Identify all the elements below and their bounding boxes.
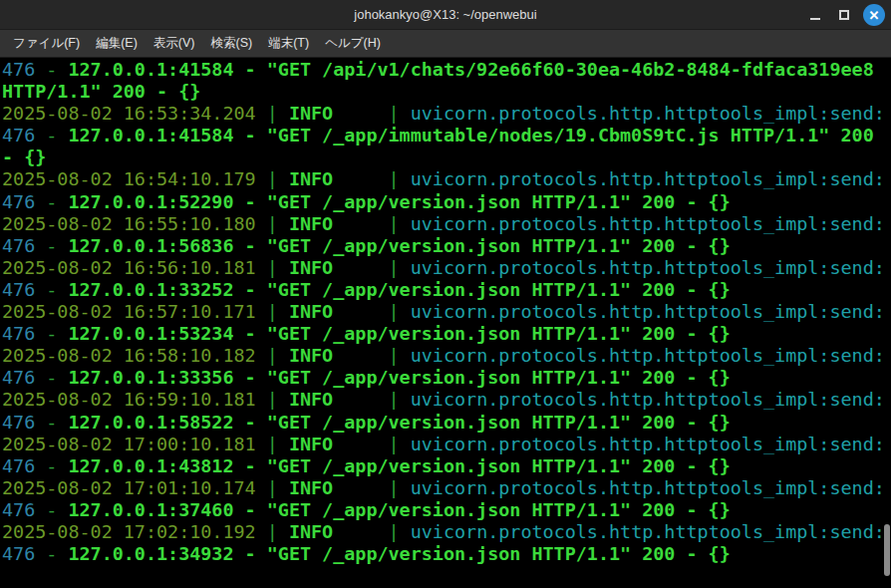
- minimize-button[interactable]: [805, 5, 825, 25]
- log-segment-num: 476: [2, 191, 35, 212]
- cursor-line: [2, 565, 891, 587]
- log-line: - {}: [2, 147, 891, 168]
- log-segment-msg: 127.0.0.1:34932 - "GET /_app/version.jso…: [68, 543, 730, 564]
- menu-item[interactable]: ファイル(F): [5, 31, 88, 56]
- log-segment-punct: |: [333, 345, 411, 366]
- scrollbar-thumb[interactable]: [884, 524, 890, 576]
- log-segment-time: 2025-08-02 17:02:10.192: [2, 521, 256, 542]
- log-segment-punct: -: [35, 455, 68, 476]
- log-segment-num: 476: [2, 125, 35, 146]
- log-segment-punct: |: [256, 168, 289, 189]
- log-line: 2025-08-02 17:00:10.181 | INFO | uvicorn…: [2, 434, 891, 455]
- log-segment-msg: - {}: [2, 147, 46, 167]
- log-segment-level: INFO: [289, 301, 333, 322]
- log-line: 476 - 127.0.0.1:58522 - "GET /_app/versi…: [2, 412, 891, 434]
- log-segment-mod: uvicorn.protocols.http.httptools_impl:se…: [411, 477, 885, 498]
- log-segment-punct: -: [35, 191, 68, 212]
- log-segment-num: 476: [2, 499, 35, 520]
- log-segment-mod: uvicorn.protocols.http.httptools_impl:se…: [411, 301, 885, 322]
- log-segment-punct: |: [333, 213, 411, 234]
- log-segment-num: 476: [2, 412, 35, 433]
- log-segment-level: INFO: [289, 168, 333, 189]
- log-segment-time: 2025-08-02 17:00:10.181: [2, 434, 256, 454]
- terminal-output: 476 - 127.0.0.1:41584 - "GET /api/v1/cha…: [2, 59, 891, 565]
- log-segment-level: INFO: [289, 103, 333, 124]
- log-segment-msg: 127.0.0.1:33356 - "GET /_app/version.jso…: [68, 367, 730, 388]
- log-segment-punct: -: [35, 235, 68, 256]
- log-segment-time: 2025-08-02 16:55:10.180: [2, 213, 256, 234]
- maximize-button[interactable]: [834, 5, 854, 25]
- log-segment-time: 2025-08-02 16:56:10.181: [2, 257, 256, 278]
- log-segment-punct: |: [333, 103, 411, 124]
- log-segment-msg: 127.0.0.1:53234 - "GET /_app/version.jso…: [68, 323, 730, 344]
- title-bar[interactable]: johokankyo@X13: ~/openwebui ✕: [0, 0, 891, 30]
- log-line: 2025-08-02 16:56:10.181 | INFO | uvicorn…: [2, 257, 891, 279]
- log-segment-level: INFO: [289, 213, 333, 234]
- log-segment-mod: uvicorn.protocols.http.httptools_impl:se…: [411, 168, 885, 189]
- menu-item[interactable]: 検索(S): [202, 31, 260, 56]
- log-segment-punct: -: [35, 499, 68, 520]
- log-segment-punct: |: [256, 477, 289, 498]
- menu-item[interactable]: 表示(V): [146, 31, 203, 56]
- log-segment-level: INFO: [289, 345, 333, 366]
- log-segment-msg: 127.0.0.1:52290 - "GET /_app/version.jso…: [68, 191, 730, 212]
- log-segment-punct: -: [35, 367, 68, 388]
- log-line: 476 - 127.0.0.1:41584 - "GET /api/v1/cha…: [2, 59, 891, 81]
- maximize-icon: [839, 10, 849, 20]
- menu-item[interactable]: 端末(T): [260, 31, 317, 56]
- log-segment-punct: |: [333, 477, 411, 498]
- log-segment-punct: |: [256, 434, 289, 454]
- log-segment-level: INFO: [289, 477, 333, 498]
- log-line: 476 - 127.0.0.1:43812 - "GET /_app/versi…: [2, 455, 891, 477]
- log-line: 2025-08-02 16:58:10.182 | INFO | uvicorn…: [2, 345, 891, 367]
- menu-item[interactable]: 編集(E): [88, 31, 146, 56]
- log-line: 2025-08-02 17:02:10.192 | INFO | uvicorn…: [2, 521, 891, 543]
- minimize-icon: [810, 18, 820, 20]
- log-line: 476 - 127.0.0.1:33252 - "GET /_app/versi…: [2, 279, 891, 301]
- log-line: 2025-08-02 16:57:10.171 | INFO | uvicorn…: [2, 301, 891, 323]
- log-line: 2025-08-02 16:53:34.204 | INFO | uvicorn…: [2, 103, 891, 125]
- log-segment-punct: |: [333, 434, 411, 454]
- log-segment-level: INFO: [289, 434, 333, 454]
- menu-item[interactable]: ヘルプ(H): [317, 31, 389, 56]
- log-segment-msg: 127.0.0.1:56836 - "GET /_app/version.jso…: [68, 235, 730, 256]
- log-segment-num: 476: [2, 59, 35, 80]
- log-segment-level: INFO: [289, 389, 333, 410]
- log-line: 2025-08-02 16:55:10.180 | INFO | uvicorn…: [2, 213, 891, 235]
- log-segment-level: INFO: [289, 521, 333, 542]
- log-segment-time: 2025-08-02 16:59:10.181: [2, 389, 256, 410]
- terminal-window: johokankyo@X13: ~/openwebui ✕ ファイル(F)編集(…: [0, 0, 891, 588]
- log-line: 476 - 127.0.0.1:56836 - "GET /_app/versi…: [2, 235, 891, 257]
- log-segment-mod: uvicorn.protocols.http.httptools_impl:se…: [411, 257, 885, 278]
- log-segment-mod: uvicorn.protocols.http.httptools_impl:se…: [411, 434, 885, 454]
- log-segment-punct: |: [333, 168, 411, 189]
- log-segment-punct: |: [333, 257, 411, 278]
- log-segment-mod: uvicorn.protocols.http.httptools_impl:se…: [411, 103, 885, 124]
- log-line: 476 - 127.0.0.1:33356 - "GET /_app/versi…: [2, 367, 891, 389]
- log-segment-punct: |: [256, 389, 289, 410]
- window-controls: ✕: [805, 0, 885, 30]
- log-segment-msg: 127.0.0.1:33252 - "GET /_app/version.jso…: [68, 279, 730, 300]
- log-segment-time: 2025-08-02 17:01:10.174: [2, 477, 256, 498]
- log-segment-level: INFO: [289, 257, 333, 278]
- log-segment-msg: HTTP/1.1" 200 - {}: [2, 81, 200, 102]
- close-button[interactable]: ✕: [863, 4, 885, 26]
- log-segment-mod: uvicorn.protocols.http.httptools_impl:se…: [411, 345, 885, 366]
- log-segment-msg: 127.0.0.1:58522 - "GET /_app/version.jso…: [68, 412, 730, 433]
- terminal-viewport[interactable]: 476 - 127.0.0.1:41584 - "GET /api/v1/cha…: [0, 58, 891, 588]
- log-segment-punct: |: [256, 521, 289, 542]
- log-segment-punct: -: [35, 323, 68, 344]
- log-line: 476 - 127.0.0.1:41584 - "GET /_app/immut…: [2, 125, 891, 147]
- log-segment-punct: |: [256, 257, 289, 278]
- log-line: 476 - 127.0.0.1:34932 - "GET /_app/versi…: [2, 543, 891, 565]
- log-segment-punct: -: [35, 543, 68, 564]
- log-segment-num: 476: [2, 235, 35, 256]
- log-segment-msg: 127.0.0.1:41584 - "GET /_app/immutable/n…: [68, 125, 873, 146]
- log-segment-num: 476: [2, 279, 35, 300]
- log-segment-msg: 127.0.0.1:41584 - "GET /api/v1/chats/92e…: [68, 59, 873, 80]
- menu-bar: ファイル(F)編集(E)表示(V)検索(S)端末(T)ヘルプ(H): [0, 30, 891, 58]
- log-segment-msg: 127.0.0.1:37460 - "GET /_app/version.jso…: [68, 499, 730, 520]
- log-line: 476 - 127.0.0.1:52290 - "GET /_app/versi…: [2, 191, 891, 213]
- log-segment-punct: |: [333, 521, 411, 542]
- log-segment-num: 476: [2, 323, 35, 344]
